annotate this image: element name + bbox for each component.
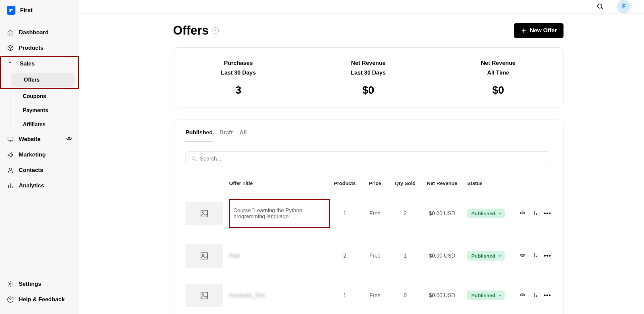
plus-icon bbox=[521, 28, 527, 34]
main-nav: Dashboard Products Sales Offers C bbox=[0, 21, 79, 276]
status-badge[interactable]: Published bbox=[467, 290, 505, 300]
sidebar-item-marketing[interactable]: Marketing bbox=[0, 147, 79, 163]
offer-price: Free bbox=[360, 253, 390, 259]
preview-icon[interactable] bbox=[520, 292, 526, 299]
sidebar-item-sales[interactable]: Sales bbox=[0, 56, 79, 72]
sidebar-item-offers[interactable]: Offers bbox=[12, 73, 75, 87]
svg-point-12 bbox=[203, 254, 204, 255]
stat-value: $0 bbox=[433, 84, 563, 96]
sidebar-label: Website bbox=[19, 136, 41, 143]
preview-icon[interactable] bbox=[520, 252, 526, 260]
stats-card: Purchases Last 30 Days 3 Net Revenue Las… bbox=[173, 47, 564, 107]
svg-point-16 bbox=[522, 294, 524, 296]
table-row[interactable]: Puia 2 Free 1 $0.00 USD Published bbox=[185, 236, 551, 276]
svg-point-4 bbox=[10, 283, 11, 285]
tab-draft[interactable]: Draft bbox=[219, 129, 233, 141]
sales-subnav-rest: Coupons Payments Affiliates bbox=[0, 89, 79, 132]
top-search-button[interactable] bbox=[596, 2, 605, 11]
sidebar-item-affiliates[interactable]: Affiliates bbox=[10, 118, 79, 132]
more-icon[interactable]: ••• bbox=[544, 292, 551, 299]
new-offer-button[interactable]: New Offer bbox=[514, 23, 564, 38]
eye-icon[interactable] bbox=[66, 136, 72, 143]
content: Offers ? New Offer Purchases Last 30 Day… bbox=[79, 14, 644, 314]
sidebar-footer: Settings Help & Feedback bbox=[0, 276, 79, 314]
svg-rect-11 bbox=[201, 253, 208, 259]
sidebar-item-website[interactable]: Website bbox=[0, 132, 79, 147]
tab-published[interactable]: Published bbox=[185, 129, 213, 141]
sidebar-brand[interactable]: First bbox=[0, 0, 79, 21]
logo-icon bbox=[7, 6, 15, 15]
stat-net-revenue-30: Net Revenue Last 30 Days $0 bbox=[303, 58, 433, 96]
table-header: Offer Title Products Price Qty Sold Net … bbox=[185, 176, 551, 191]
analytics-action-icon[interactable] bbox=[532, 252, 538, 260]
tab-all[interactable]: All bbox=[239, 129, 247, 141]
tabs: Published Draft All bbox=[185, 129, 551, 141]
sidebar-item-contacts[interactable]: Contacts bbox=[0, 163, 79, 178]
sidebar-item-analytics[interactable]: Analytics bbox=[0, 178, 79, 193]
chevron-down-icon bbox=[497, 293, 502, 298]
page-title: Offers bbox=[173, 24, 209, 38]
sidebar-item-products[interactable]: Products bbox=[0, 40, 79, 56]
monitor-icon bbox=[7, 136, 14, 143]
svg-point-9 bbox=[203, 212, 204, 213]
offer-thumbnail bbox=[185, 244, 223, 268]
chevron-down-icon bbox=[497, 211, 502, 216]
image-icon bbox=[200, 209, 209, 218]
sidebar-label: Marketing bbox=[19, 151, 46, 158]
col-revenue: Net Revenue bbox=[420, 180, 464, 186]
offer-thumbnail bbox=[185, 284, 223, 307]
sidebar-label: Sales bbox=[20, 60, 35, 67]
stat-sublabel: Last 30 Days bbox=[303, 68, 433, 78]
search-input[interactable] bbox=[200, 156, 545, 162]
svg-point-7 bbox=[192, 157, 195, 160]
stat-sublabel: All Time bbox=[433, 68, 563, 78]
sidebar: First Dashboard Products Sales bbox=[0, 0, 79, 314]
sidebar-item-payments[interactable]: Payments bbox=[10, 103, 79, 118]
table-row[interactable]: Furuhomi_Tom 1 Free 0 $0.00 USD Publishe… bbox=[185, 276, 551, 314]
offer-products: 2 bbox=[330, 253, 360, 259]
home-icon bbox=[7, 29, 14, 36]
brand-name: First bbox=[20, 7, 33, 14]
offer-revenue: $0.00 USD bbox=[420, 253, 464, 259]
topbar: F bbox=[79, 0, 644, 14]
stat-value: 3 bbox=[173, 84, 303, 96]
status-badge[interactable]: Published bbox=[467, 251, 505, 261]
sidebar-item-dashboard[interactable]: Dashboard bbox=[0, 25, 79, 40]
sidebar-item-settings[interactable]: Settings bbox=[0, 276, 79, 292]
stat-label: Net Revenue bbox=[433, 58, 563, 68]
avatar[interactable]: F bbox=[617, 0, 631, 13]
sidebar-item-help[interactable]: Help & Feedback bbox=[0, 292, 79, 307]
new-offer-label: New Offer bbox=[530, 27, 557, 34]
analytics-action-icon[interactable] bbox=[532, 210, 538, 217]
more-icon[interactable]: ••• bbox=[544, 252, 551, 259]
offer-price: Free bbox=[360, 293, 390, 299]
page-header: Offers ? New Offer bbox=[173, 23, 564, 38]
sidebar-label: Help & Feedback bbox=[19, 296, 65, 303]
sales-subnav: Offers bbox=[1, 73, 78, 87]
svg-point-10 bbox=[522, 212, 524, 214]
analytics-action-icon[interactable] bbox=[532, 292, 538, 299]
offers-search[interactable] bbox=[185, 151, 551, 166]
offer-qty: 2 bbox=[390, 211, 420, 217]
preview-icon[interactable] bbox=[520, 210, 526, 217]
offers-table: Offer Title Products Price Qty Sold Net … bbox=[185, 176, 551, 314]
status-badge[interactable]: Published bbox=[467, 209, 505, 218]
svg-rect-8 bbox=[201, 210, 208, 217]
col-products: Products bbox=[330, 180, 360, 186]
more-icon[interactable]: ••• bbox=[544, 210, 551, 217]
offer-thumbnail bbox=[185, 202, 223, 225]
bars-icon bbox=[7, 182, 14, 189]
sidebar-label: Contacts bbox=[19, 167, 43, 174]
help-tooltip-icon[interactable]: ? bbox=[212, 27, 219, 34]
offer-price: Free bbox=[360, 211, 390, 217]
table-row[interactable]: Course "Learning the Python programming … bbox=[185, 191, 551, 236]
offer-products: 1 bbox=[330, 211, 360, 217]
main-area: F Offers ? New Offer Purchases Last 30 D… bbox=[79, 0, 644, 314]
col-qty: Qty Sold bbox=[390, 180, 420, 186]
chevron-down-icon bbox=[497, 254, 502, 258]
offer-products: 1 bbox=[330, 293, 360, 299]
col-status: Status bbox=[464, 180, 507, 186]
sidebar-item-coupons[interactable]: Coupons bbox=[10, 89, 79, 103]
offer-title: Course "Learning the Python programming … bbox=[229, 199, 330, 228]
offers-table-card: Published Draft All Offer Title Products… bbox=[173, 120, 564, 314]
